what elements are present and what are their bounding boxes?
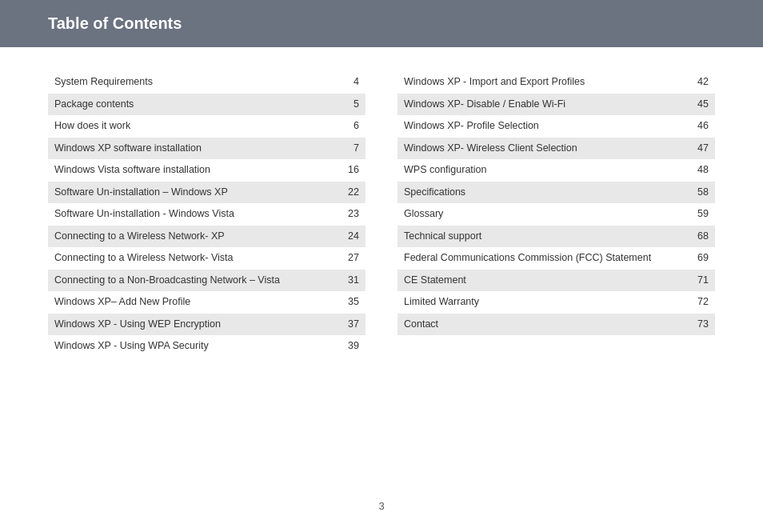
entry-title: Windows XP- Disable / Enable Wi-Fi [404,98,697,112]
toc-row: Federal Communications Commission (FCC) … [397,247,715,270]
toc-row: How does it work6 [48,115,366,138]
footer: 3 [48,492,715,516]
entry-title: Windows XP - Using WPA Security [54,339,348,354]
page-num: 58 [697,186,709,200]
entry-title: Windows XP– Add New Profile [54,295,348,310]
entry-title: Software Un-installation - Windows Vista [54,207,348,222]
toc-row: Windows XP– Add New Profile35 [48,291,366,314]
page-num: 6 [354,119,359,134]
page-number: 3 [378,500,384,512]
page-num: 27 [348,251,359,266]
page-title: Table of Contents [48,14,715,33]
page-num: 68 [697,230,709,244]
page-num: 72 [697,295,709,310]
right-column: Windows XP - Import and Export Profiles4… [397,71,715,492]
page-num: 42 [697,75,709,90]
toc-row: Connecting to a Non-Broadcasting Network… [48,270,366,292]
page-num: 59 [697,207,709,222]
page-num: 39 [348,339,359,354]
page-num: 46 [697,119,709,134]
page-num: 5 [354,98,359,112]
toc-row: CE Statement71 [397,270,715,292]
page-num: 22 [348,186,359,200]
page-num: 4 [354,75,359,90]
entry-title: Windows XP- Wireless Client Selection [404,142,697,156]
page-num: 45 [697,98,709,112]
toc-row: Software Un-installation – Windows XP22 [48,182,366,204]
entry-title: Software Un-installation – Windows XP [54,186,348,200]
page-num: 73 [697,318,709,332]
toc-row: Connecting to a Wireless Network- XP24 [48,226,366,248]
page-num: 35 [348,295,359,310]
page-num: 37 [348,318,359,332]
page-num: 48 [697,163,709,178]
header-bar: Table of Contents [0,0,763,47]
left-column: System Requirements4Package contents5How… [48,71,366,492]
entry-title: Connecting to a Non-Broadcasting Network… [54,274,348,288]
toc-row: Windows XP - Using WPA Security39 [48,335,366,358]
entry-title: Federal Communications Commission (FCC) … [404,251,697,266]
entry-title: Specifications [404,186,697,200]
entry-title: Windows XP- Profile Selection [404,119,697,134]
entry-title: CE Statement [404,274,697,288]
toc-row: Windows Vista software installation16 [48,159,366,182]
toc-body: System Requirements4Package contents5How… [48,71,715,492]
toc-row: Windows XP software installation7 [48,138,366,160]
page-num: 71 [697,274,709,288]
page-container: Table of Contents System Requirements4Pa… [0,0,763,532]
page-num: 16 [348,163,359,178]
page-num: 69 [697,251,709,266]
toc-row: Contact73 [397,314,715,336]
entry-title: How does it work [54,119,354,134]
toc-row: Glossary59 [397,203,715,226]
toc-row: Windows XP - Using WEP Encryption37 [48,314,366,336]
entry-title: Connecting to a Wireless Network- XP [54,230,348,244]
page-num: 23 [348,207,359,222]
toc-row: Connecting to a Wireless Network- Vista2… [48,247,366,270]
entry-title: Contact [404,318,697,332]
page-num: 31 [348,274,359,288]
toc-row: Windows XP- Profile Selection46 [397,115,715,138]
toc-row: Windows XP- Disable / Enable Wi-Fi45 [397,94,715,116]
entry-title: Package contents [54,98,354,112]
toc-row: System Requirements4 [48,71,366,94]
toc-row: WPS configuration48 [397,159,715,182]
toc-row: Package contents5 [48,94,366,116]
entry-title: WPS configuration [404,163,697,178]
toc-row: Windows XP - Import and Export Profiles4… [397,71,715,94]
entry-title: Connecting to a Wireless Network- Vista [54,251,348,266]
page-num: 7 [354,142,359,156]
entry-title: Limited Warranty [404,295,697,310]
toc-row: Software Un-installation - Windows Vista… [48,203,366,226]
entry-title: System Requirements [54,75,354,90]
toc-row: Technical support68 [397,226,715,248]
toc-row: Specifications58 [397,182,715,204]
entry-title: Windows XP software installation [54,142,354,156]
toc-row: Windows XP- Wireless Client Selection47 [397,138,715,160]
toc-row: Limited Warranty72 [397,291,715,314]
page-num: 24 [348,230,359,244]
entry-title: Windows XP - Using WEP Encryption [54,318,348,332]
entry-title: Windows XP - Import and Export Profiles [404,75,697,90]
entry-title: Technical support [404,230,697,244]
entry-title: Glossary [404,207,697,222]
entry-title: Windows Vista software installation [54,163,348,178]
page-num: 47 [697,142,709,156]
